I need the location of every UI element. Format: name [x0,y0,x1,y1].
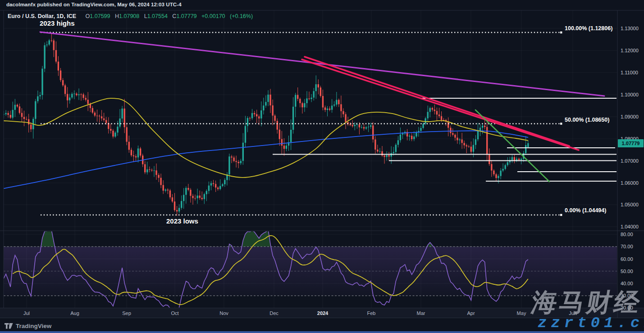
tradingview-logo[interactable]: TradingView [5,323,51,329]
publish-info-bar: dacolmanfx published on TradingView.com,… [6,2,182,7]
bottom-accent-bar [0,331,644,333]
tradingview-published-chart: dacolmanfx published on TradingView.com,… [0,0,644,333]
symbol-header[interactable]: Euro / U.S. Dollar, 1D, ICE O1.07599 H1.… [8,13,253,19]
annotation-2023-highs[interactable]: 2023 highs [40,19,75,27]
change-percent: (+0.16%) [230,13,253,19]
change-absolute: +0.00170 [201,13,225,19]
symbol-title[interactable]: Euro / U.S. Dollar, 1D, ICE [8,13,76,19]
annotation-2023-lows[interactable]: 2023 lows [166,217,198,225]
ohlc-low-value: 1.07554 [147,13,168,19]
ohlc-low-label: L [144,13,147,19]
ohlc-high-value: 1.07908 [119,13,139,19]
tradingview-logo-text: TradingView [16,323,51,329]
ohlc-open-value: 1.07599 [90,13,110,19]
fib-label-0[interactable]: 0.00% (1.04494) [565,207,606,214]
fib-label-50[interactable]: 50.00% (1.08650) [565,117,609,123]
ohlc-open-label: O [86,13,90,19]
ohlc-high-label: H [115,13,119,19]
chart-canvas[interactable] [0,0,644,333]
ohlc-close-value: 1.07779 [176,13,196,19]
fib-label-100[interactable]: 100.00% (1.12806) [565,25,612,32]
tradingview-logo-icon [5,323,13,329]
watermark-url: zzrt01.cn [538,315,644,332]
last-price-badge[interactable]: 1.07779 [618,139,644,147]
